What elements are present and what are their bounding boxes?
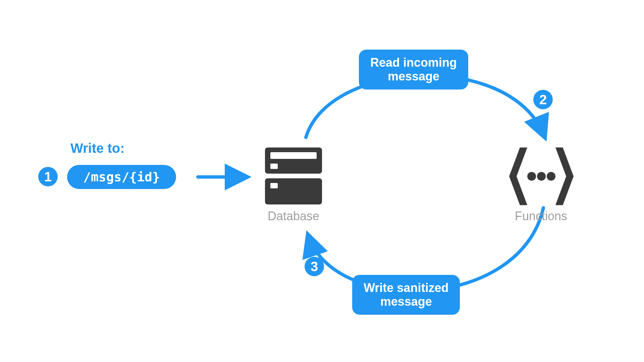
- svg-rect-1: [265, 147, 322, 174]
- label-write-sanitized-l2: message: [380, 295, 432, 308]
- svg-point-6: [527, 172, 536, 181]
- label-read-incoming-l1: Read incoming: [370, 56, 457, 69]
- functions-icon: [509, 147, 574, 205]
- step-badge-2: 2: [533, 90, 553, 109]
- functions-caption: Functions: [506, 209, 576, 223]
- svg-point-7: [537, 172, 546, 181]
- step-badge-3: 3: [305, 257, 324, 276]
- write-to-label: Write to:: [70, 141, 124, 156]
- step-badge-1: 1: [38, 167, 58, 186]
- diagram-canvas: Write to: 1 /msgs/{id} Database Function…: [0, 0, 644, 362]
- label-write-sanitized: Write sanitized message: [352, 275, 460, 315]
- path-pill: /msgs/{id}: [67, 165, 176, 189]
- label-read-incoming-l2: message: [388, 69, 439, 83]
- label-write-sanitized-l1: Write sanitized: [364, 281, 448, 295]
- label-read-incoming: Read incoming message: [359, 50, 468, 89]
- svg-point-8: [547, 172, 555, 181]
- database-caption: Database: [265, 209, 322, 223]
- svg-rect-5: [270, 183, 278, 188]
- database-icon: [265, 147, 322, 204]
- svg-rect-4: [265, 178, 322, 204]
- svg-rect-3: [270, 164, 278, 169]
- svg-rect-2: [270, 152, 317, 159]
